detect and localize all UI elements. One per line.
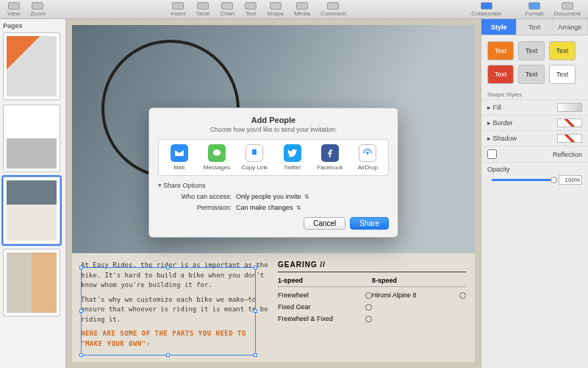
fill-row[interactable]: ▸ Fill (481, 99, 588, 115)
shadow-preview (557, 134, 582, 143)
share-facebook[interactable]: Facebook (312, 144, 348, 171)
svg-rect-1 (252, 149, 257, 155)
style-swatch[interactable]: Text (487, 41, 514, 60)
dialog-subtitle: Choose how you'd like to send your invit… (158, 126, 389, 133)
twitter-icon (284, 144, 301, 162)
share-copy-link[interactable]: Copy Link (237, 144, 272, 171)
resize-handle[interactable] (79, 266, 83, 269)
resize-handle[interactable] (166, 266, 170, 269)
resize-handle[interactable] (166, 353, 170, 357)
resize-handle[interactable] (79, 353, 83, 357)
opacity-row: Opacity 100% (481, 162, 588, 188)
who-can-access-row: Who can access: Only people you invite⇅ (158, 193, 389, 200)
copy-link-icon (245, 144, 263, 162)
who-can-access-select[interactable]: Only people you invite⇅ (236, 193, 309, 200)
border-row[interactable]: ▸ Border (481, 115, 588, 130)
slider-knob[interactable] (551, 177, 557, 183)
share-mail[interactable]: Mail (162, 144, 197, 171)
reflection-row[interactable]: Reflection (481, 146, 588, 162)
radio-icon[interactable] (459, 292, 466, 299)
pages-sidebar: Pages (0, 19, 66, 368)
style-swatches: Text Text Text Text Text Text (481, 35, 588, 90)
cancel-button[interactable]: Cancel (304, 217, 345, 230)
style-swatch[interactable]: Text (549, 65, 576, 84)
shape-button[interactable]: Shape (262, 2, 288, 17)
radio-icon[interactable] (365, 304, 372, 311)
chevron-updown-icon: ⇅ (296, 205, 301, 211)
view-menu[interactable]: View (3, 2, 24, 17)
page-thumbnail[interactable] (3, 177, 60, 244)
page-thumbnail[interactable] (3, 105, 60, 172)
document-button[interactable]: Document (550, 2, 585, 17)
reflection-checkbox[interactable] (487, 149, 497, 159)
share-dialog: Add People Choose how you'd like to send… (148, 107, 398, 238)
airdrop-icon (359, 144, 376, 162)
facebook-icon (321, 144, 339, 162)
tab-text[interactable]: Text (517, 19, 552, 35)
messages-icon (208, 144, 226, 162)
insert-button[interactable]: Insert (166, 2, 190, 17)
zoom-menu[interactable]: Zoom (26, 2, 49, 17)
resize-handle[interactable] (254, 309, 257, 313)
format-button[interactable]: Format (520, 2, 548, 17)
page-thumbnail[interactable] (3, 249, 60, 316)
media-button[interactable]: Media (290, 2, 315, 17)
share-methods: Mail Messages Copy Link Twitter Facebook… (158, 139, 389, 176)
chart-button[interactable]: Chart (215, 2, 239, 17)
share-twitter[interactable]: Twitter (275, 144, 310, 171)
page-thumbnail[interactable] (3, 32, 60, 100)
shadow-row[interactable]: ▸ Shadow (481, 130, 588, 146)
pages-sidebar-title: Pages (3, 22, 62, 29)
tab-style[interactable]: Style (481, 19, 517, 35)
opacity-value[interactable]: 100% (559, 175, 582, 185)
format-inspector: Style Text Arrange Text Text Text Text T… (481, 19, 588, 368)
radio-icon[interactable] (365, 316, 372, 322)
style-swatch[interactable]: Text (518, 65, 545, 84)
comment-button[interactable]: Comment (316, 2, 351, 17)
dialog-title: Add People (158, 116, 389, 124)
shape-styles-label: Shape Styles (481, 90, 588, 99)
fill-preview (557, 103, 582, 112)
share-airdrop[interactable]: AirDrop (350, 144, 385, 171)
style-swatch[interactable]: Text (487, 65, 514, 84)
style-swatch[interactable]: Text (518, 41, 545, 60)
table-button[interactable]: Table (191, 2, 214, 17)
selection-outline (81, 267, 256, 355)
svg-point-0 (213, 149, 221, 155)
permission-row: Permission: Can make changes⇅ (158, 204, 389, 211)
chevron-updown-icon: ⇅ (304, 194, 309, 200)
share-options-disclosure[interactable]: Share Options (158, 182, 389, 189)
svg-point-2 (367, 152, 370, 155)
collaborate-button[interactable]: Collaborate (467, 2, 506, 17)
tab-arrange[interactable]: Arrange (553, 19, 588, 35)
resize-handle[interactable] (79, 309, 83, 313)
gearing-block[interactable]: GEARING // 1-speed 8-speed Freewheel Fix… (278, 261, 466, 349)
radio-icon[interactable] (365, 292, 372, 299)
style-swatch[interactable]: Text (549, 41, 576, 60)
text-button[interactable]: Text (240, 2, 261, 17)
resize-handle[interactable] (254, 353, 257, 357)
mail-icon (171, 144, 188, 162)
permission-select[interactable]: Can make changes⇅ (236, 204, 301, 211)
document-canvas[interactable]: BUILD YOUR OWN At Easy Rides, the rider … (66, 19, 481, 368)
resize-handle[interactable] (254, 266, 257, 269)
share-messages[interactable]: Messages (199, 144, 234, 171)
share-button[interactable]: Share (350, 217, 389, 230)
app-toolbar: View Zoom Insert Table Chart Text Shape … (0, 0, 588, 19)
opacity-slider[interactable] (492, 179, 554, 181)
border-preview (557, 118, 582, 127)
